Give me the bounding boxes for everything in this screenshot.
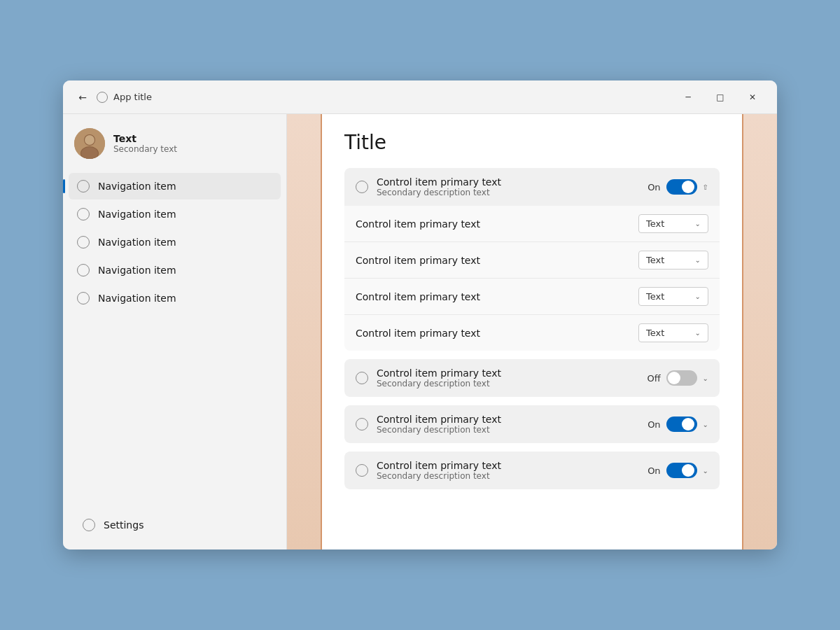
toggle-2[interactable] <box>666 416 697 432</box>
left-accent-strip <box>287 114 322 550</box>
control-primary-3: Control item primary text <box>377 460 639 471</box>
dropdown-value-0-1: Text <box>646 255 664 265</box>
toggle-label-2: On <box>648 419 660 430</box>
sub-text-0-2: Control item primary text <box>356 291 630 302</box>
control-radio-0 <box>356 181 368 193</box>
nav-list: Navigation item Navigation item Navigati… <box>63 170 286 506</box>
window-body: Text Secondary text Navigation item Navi… <box>63 114 777 550</box>
toggle-thumb-3 <box>682 464 694 477</box>
control-text-3: Control item primary text Secondary desc… <box>377 460 639 481</box>
sub-primary-0-0: Control item primary text <box>356 218 630 230</box>
sub-text-0-3: Control item primary text <box>356 328 630 339</box>
nav-radio-1 <box>77 208 90 220</box>
page-title: Title <box>344 131 720 154</box>
avatar <box>74 128 105 159</box>
nav-item-2[interactable]: Navigation item <box>69 229 281 255</box>
right-accent-strip <box>742 114 777 550</box>
nav-label-0: Navigation item <box>98 181 176 192</box>
dropdown-value-0-0: Text <box>646 218 664 229</box>
control-primary-2: Control item primary text <box>377 414 639 425</box>
sub-primary-0-3: Control item primary text <box>356 328 630 339</box>
control-group-2: Control item primary text Secondary desc… <box>344 405 720 443</box>
dropdown-0-1[interactable]: Text ⌄ <box>638 251 708 270</box>
dropdown-0-0[interactable]: Text ⌄ <box>638 214 708 233</box>
chevron-down-icon-0-2: ⌄ <box>695 293 701 300</box>
maximize-button[interactable]: □ <box>704 86 736 108</box>
control-primary-1: Control item primary text <box>377 368 638 379</box>
user-info: Text Secondary text <box>113 133 177 154</box>
control-header-1[interactable]: Control item primary text Secondary desc… <box>344 359 720 397</box>
control-group-1: Control item primary text Secondary desc… <box>344 359 720 397</box>
user-profile: Text Secondary text <box>63 114 286 170</box>
control-radio-3 <box>356 464 368 477</box>
dropdown-0-2[interactable]: Text ⌄ <box>638 287 708 306</box>
toggle-0[interactable] <box>666 179 697 195</box>
nav-radio-4 <box>77 292 90 304</box>
chevron-down-icon-0-0: ⌄ <box>695 220 701 227</box>
window-controls: ─ □ ✕ <box>672 86 769 108</box>
nav-item-0[interactable]: Navigation item <box>69 173 281 200</box>
chevron-down-icon-0-3: ⌄ <box>695 329 701 337</box>
sub-text-0-1: Control item primary text <box>356 255 630 266</box>
sub-primary-0-1: Control item primary text <box>356 255 630 266</box>
control-right-2: On ⌄ <box>648 416 708 432</box>
nav-label-4: Navigation item <box>98 293 176 304</box>
toggle-1[interactable] <box>666 370 697 386</box>
dropdown-value-0-2: Text <box>646 291 664 302</box>
nav-label-2: Navigation item <box>98 237 176 248</box>
sidebar-bottom: Settings <box>63 506 286 550</box>
control-group-3: Control item primary text Secondary desc… <box>344 451 720 489</box>
nav-radio-3 <box>77 264 90 276</box>
toggle-thumb-2 <box>682 418 694 430</box>
control-secondary-0: Secondary description text <box>377 188 639 197</box>
settings-label: Settings <box>104 519 144 531</box>
chevron-down-icon-2: ⌄ <box>703 421 708 428</box>
control-group-0: Control item primary text Secondary desc… <box>344 168 720 351</box>
user-secondary: Secondary text <box>113 144 177 154</box>
chevron-up-icon-0: ⇧ <box>703 183 708 191</box>
toggle-3[interactable] <box>666 463 697 478</box>
control-secondary-1: Secondary description text <box>377 379 638 388</box>
toggle-thumb-0 <box>682 181 694 193</box>
app-icon-circle <box>97 92 108 103</box>
minimize-button[interactable]: ─ <box>672 86 704 108</box>
toggle-label-3: On <box>648 465 660 476</box>
app-title: App title <box>113 92 672 102</box>
control-radio-2 <box>356 418 368 430</box>
close-button[interactable]: ✕ <box>736 86 769 108</box>
back-button[interactable]: ← <box>71 86 94 108</box>
control-radio-1 <box>356 372 368 384</box>
control-header-2[interactable]: Control item primary text Secondary desc… <box>344 405 720 443</box>
sub-item-0-2: Control item primary text Text ⌄ <box>344 279 720 315</box>
sub-text-0-0: Control item primary text <box>356 218 630 230</box>
nav-label-3: Navigation item <box>98 265 176 276</box>
sub-primary-0-2: Control item primary text <box>356 291 630 302</box>
control-right-1: Off ⌄ <box>647 370 708 386</box>
sub-item-0-1: Control item primary text Text ⌄ <box>344 242 720 279</box>
settings-radio <box>83 519 95 531</box>
main-content: Title Control item primary text Secondar… <box>322 114 742 550</box>
content-inner: Title Control item primary text Secondar… <box>322 114 742 550</box>
nav-item-3[interactable]: Navigation item <box>69 257 281 284</box>
control-primary-0: Control item primary text <box>377 176 639 188</box>
chevron-down-icon-1: ⌄ <box>703 374 708 382</box>
titlebar: ← App title ─ □ ✕ <box>63 80 777 114</box>
nav-item-1[interactable]: Navigation item <box>69 201 281 227</box>
nav-item-4[interactable]: Navigation item <box>69 285 281 312</box>
chevron-down-icon-3: ⌄ <box>703 467 708 475</box>
app-window: ← App title ─ □ ✕ <box>63 80 777 550</box>
toggle-label-0: On <box>648 182 660 192</box>
control-header-0[interactable]: Control item primary text Secondary desc… <box>344 168 720 206</box>
nav-radio-0 <box>77 180 90 192</box>
control-right-0: On ⇧ <box>648 179 708 195</box>
control-header-3[interactable]: Control item primary text Secondary desc… <box>344 451 720 489</box>
toggle-thumb-1 <box>668 372 680 384</box>
nav-radio-2 <box>77 236 90 248</box>
control-secondary-3: Secondary description text <box>377 471 639 481</box>
chevron-down-icon-0-1: ⌄ <box>695 256 701 264</box>
dropdown-0-3[interactable]: Text ⌄ <box>638 323 708 342</box>
settings-item[interactable]: Settings <box>74 512 275 538</box>
control-text-2: Control item primary text Secondary desc… <box>377 414 639 435</box>
control-text-1: Control item primary text Secondary desc… <box>377 368 638 388</box>
dropdown-value-0-3: Text <box>646 328 664 338</box>
